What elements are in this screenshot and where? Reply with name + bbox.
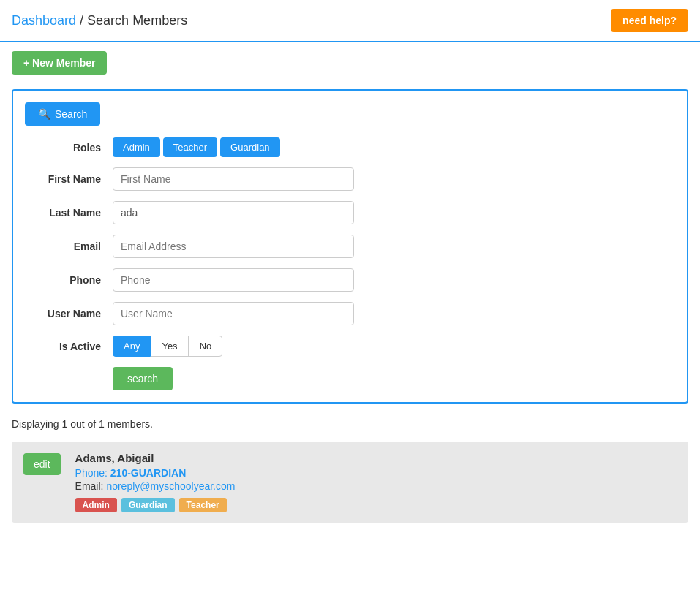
search-action-row: search	[113, 367, 675, 390]
role-btn-guardian[interactable]: Guardian	[220, 137, 279, 157]
last-name-label: Last Name	[25, 207, 113, 219]
is-active-no[interactable]: No	[189, 336, 223, 357]
search-header-label: Search	[55, 108, 87, 120]
member-phone: Phone: 210-GUARDIAN	[75, 467, 677, 479]
email-input[interactable]	[113, 235, 354, 258]
phone-label: Phone:	[75, 467, 108, 479]
email-row: Email	[25, 235, 675, 258]
page-header: Dashboard / Search Members need help?	[0, 0, 700, 42]
roles-label: Roles	[25, 142, 113, 154]
search-panel-toggle[interactable]: 🔍 Search	[25, 102, 100, 126]
member-card: edit Adams, Abigail Phone: 210-GUARDIAN …	[12, 442, 688, 523]
role-btn-admin[interactable]: Admin	[113, 137, 160, 157]
new-member-button[interactable]: + New Member	[12, 51, 107, 75]
results-info: Displaying 1 out of 1 members.	[0, 409, 700, 439]
toolbar: + New Member	[0, 42, 700, 83]
first-name-input[interactable]	[113, 167, 354, 191]
member-email: Email: noreply@myschoolyear.com	[75, 480, 677, 492]
roles-buttons: Admin Teacher Guardian	[113, 137, 280, 157]
search-button[interactable]: search	[113, 367, 173, 390]
phone-label: Phone	[25, 274, 113, 286]
is-active-buttons: Any Yes No	[113, 336, 222, 357]
phone-row: Phone	[25, 268, 675, 292]
is-active-row: Is Active Any Yes No	[25, 336, 675, 357]
search-panel: 🔍 Search Roles Admin Teacher Guardian Fi…	[12, 89, 688, 404]
breadcrumb: Dashboard / Search Members	[12, 13, 187, 29]
username-label: User Name	[25, 308, 113, 319]
role-btn-teacher[interactable]: Teacher	[163, 137, 217, 157]
help-button[interactable]: need help?	[611, 9, 688, 32]
is-active-any[interactable]: Any	[113, 336, 151, 357]
role-tag-admin: Admin	[75, 498, 117, 512]
breadcrumb-separator: /	[80, 13, 87, 28]
roles-row: Roles Admin Teacher Guardian	[25, 137, 675, 157]
email-label: Email	[25, 240, 113, 252]
last-name-input[interactable]	[113, 201, 354, 224]
email-label-text: Email:	[75, 480, 104, 492]
display-text: Displaying 1 out of 1 members.	[12, 418, 153, 430]
role-tag-teacher: Teacher	[179, 498, 227, 512]
member-info: Adams, Abigail Phone: 210-GUARDIAN Email…	[75, 452, 677, 512]
search-icon: 🔍	[38, 108, 50, 120]
username-row: User Name	[25, 302, 675, 325]
role-tag-guardian: Guardian	[121, 498, 175, 512]
is-active-label: Is Active	[25, 341, 113, 352]
is-active-yes[interactable]: Yes	[151, 336, 188, 357]
last-name-row: Last Name	[25, 201, 675, 224]
first-name-label: First Name	[25, 173, 113, 185]
breadcrumb-current: Search Members	[87, 13, 187, 28]
member-role-tags: Admin Guardian Teacher	[75, 498, 677, 512]
username-input[interactable]	[113, 302, 354, 325]
phone-value: 210-GUARDIAN	[110, 467, 186, 479]
member-name: Adams, Abigail	[75, 452, 677, 464]
phone-input[interactable]	[113, 268, 354, 292]
email-link[interactable]: noreply@myschoolyear.com	[106, 480, 235, 492]
edit-button[interactable]: edit	[23, 453, 61, 475]
first-name-row: First Name	[25, 167, 675, 191]
dashboard-link[interactable]: Dashboard	[12, 13, 76, 28]
